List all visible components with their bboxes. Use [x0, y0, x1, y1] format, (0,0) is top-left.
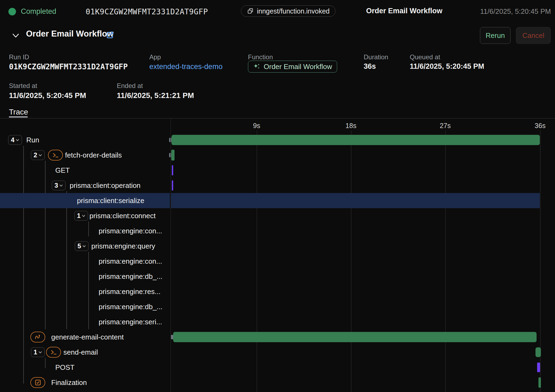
checkbox-icon — [35, 379, 41, 386]
trace-row[interactable]: 2fetch-order-details — [0, 148, 555, 163]
rerun-button[interactable]: Rerun — [480, 27, 511, 44]
runid-label: Run ID — [9, 53, 29, 61]
cancel-button[interactable]: Cancel — [516, 27, 551, 44]
span-label: prisma:engine:query — [91, 239, 155, 254]
check-icon-pill — [30, 377, 45, 388]
terminal-icon-pill — [48, 150, 63, 161]
app-link[interactable]: extended-traces-demo — [149, 63, 222, 71]
trace-row[interactable]: prisma:client:serialize — [0, 193, 555, 208]
expand-badge[interactable]: 2 — [31, 150, 45, 160]
trace-row[interactable]: 5prisma:engine:query — [0, 239, 555, 254]
run-detail-page: Completed 01K9CZGW2MWFMT2331D2AT9GFP inn… — [0, 0, 555, 392]
trace-row[interactable]: prisma:engine:con... — [0, 254, 555, 269]
event-name: inngest/function.invoked — [257, 7, 330, 15]
span-label: prisma:engine:con... — [99, 223, 162, 239]
duration-value: 36s — [364, 62, 376, 71]
function-pill[interactable]: Order Email Workflow — [248, 61, 337, 73]
chevron-down-icon — [38, 351, 42, 354]
chevron-down-icon — [82, 245, 86, 247]
child-count: 1 — [77, 212, 80, 220]
copy-icon — [247, 8, 254, 15]
span-bar[interactable] — [171, 150, 175, 161]
span-bar[interactable] — [172, 180, 173, 191]
axis-tick: 27s — [440, 122, 451, 130]
trace-row[interactable]: Finalization — [0, 375, 555, 390]
trace-waterfall: 9s18s27s36s4Run2fetch-order-detailsGET3p… — [0, 118, 555, 392]
expand-badge[interactable]: 3 — [52, 181, 66, 190]
trace-row[interactable]: prisma:engine:seri... — [0, 314, 555, 329]
span-bar[interactable] — [172, 165, 173, 175]
expand-badge[interactable]: 4 — [8, 135, 22, 145]
trace-row[interactable]: 1prisma:client:connect — [0, 208, 555, 223]
span-label: GET — [55, 163, 70, 178]
expand-badge[interactable]: 1 — [74, 211, 88, 221]
child-count: 5 — [78, 242, 81, 250]
chevron-down-icon[interactable] — [11, 32, 20, 40]
trace-row[interactable]: 1send-email — [0, 345, 555, 360]
external-link-icon[interactable] — [106, 31, 114, 39]
topbar-run-id: 01K9CZGW2MWFMT2331D2AT9GFP — [86, 7, 208, 16]
span-label: generate-email-content — [51, 329, 124, 345]
span-label: prisma:client:connect — [89, 208, 156, 223]
span-label: POST — [55, 360, 75, 375]
run-title: Order Email Workflow — [26, 29, 114, 39]
span-bar[interactable] — [173, 332, 537, 342]
trace-row[interactable]: prisma:engine:db_... — [0, 269, 555, 284]
span-label: prisma:engine:res... — [99, 284, 160, 299]
expand-badge[interactable]: 5 — [75, 241, 89, 251]
tab-active-underline — [9, 116, 28, 117]
span-label: prisma:client:serialize — [77, 193, 144, 208]
sparkles-icon — [253, 63, 261, 70]
duration-label: Duration — [364, 53, 388, 61]
function-label: Function — [248, 53, 273, 61]
span-label: prisma:engine:db_... — [99, 299, 163, 314]
span-label: prisma:client:operation — [70, 178, 141, 193]
axis-tick: 18s — [346, 122, 356, 130]
event-pill[interactable]: inngest/function.invoked — [241, 5, 335, 17]
started-value: 11/6/2025, 5:20:45 PM — [9, 91, 86, 100]
span-label: Run — [26, 132, 39, 148]
function-name: Order Email Workflow — [264, 63, 332, 71]
trace-row[interactable]: GET — [0, 163, 555, 178]
span-bar[interactable] — [538, 377, 541, 388]
axis-tick: 9s — [253, 122, 260, 130]
terminal-icon — [52, 152, 59, 158]
topbar-timestamp: 11/6/2025, 5:20:45 PM — [480, 7, 551, 16]
ended-value: 11/6/2025, 5:21:21 PM — [117, 91, 194, 100]
trace-row[interactable]: prisma:engine:con... — [0, 223, 555, 239]
span-label: fetch-order-details — [65, 148, 122, 163]
span-label: prisma:engine:seri... — [99, 314, 162, 329]
span-label: Finalization — [51, 375, 87, 390]
trace-row[interactable]: POST — [0, 360, 555, 375]
trace-row[interactable]: 4Run — [0, 132, 555, 148]
span-bar[interactable] — [537, 362, 540, 372]
axis-tick: 36s — [535, 122, 546, 130]
runid-value: 01K9CZGW2MWFMT2331D2AT9GFP — [9, 62, 128, 71]
span-bar[interactable] — [535, 347, 541, 357]
status-dot-icon — [8, 8, 16, 15]
ai-icon-pill — [30, 332, 45, 342]
child-count: 1 — [34, 348, 37, 356]
tree-timeline-divider — [170, 118, 171, 392]
span-label: prisma:engine:db_... — [99, 269, 163, 284]
child-count: 2 — [34, 151, 37, 159]
terminal-icon-pill — [46, 347, 61, 358]
topbar-workflow-name: Order Email Workflow — [366, 7, 443, 15]
trace-row[interactable]: 3prisma:client:operation — [0, 178, 555, 193]
span-bar[interactable] — [172, 135, 540, 145]
ai-icon — [34, 334, 42, 340]
ended-label: Ended at — [117, 82, 143, 90]
trace-row[interactable]: generate-email-content — [0, 329, 555, 345]
chevron-down-icon — [59, 184, 63, 187]
app-label: App — [149, 53, 161, 61]
queued-label: Queued at — [410, 53, 440, 61]
trace-row[interactable]: prisma:engine:res... — [0, 284, 555, 299]
expand-badge[interactable]: 1 — [31, 347, 45, 357]
terminal-icon — [50, 349, 57, 355]
tab-trace[interactable]: Trace — [9, 108, 28, 116]
trace-row[interactable]: prisma:engine:db_... — [0, 299, 555, 314]
span-label: send-email — [63, 345, 98, 360]
span-label: prisma:engine:con... — [99, 254, 162, 269]
status-text: Completed — [21, 7, 56, 16]
chevron-down-icon — [38, 154, 42, 156]
